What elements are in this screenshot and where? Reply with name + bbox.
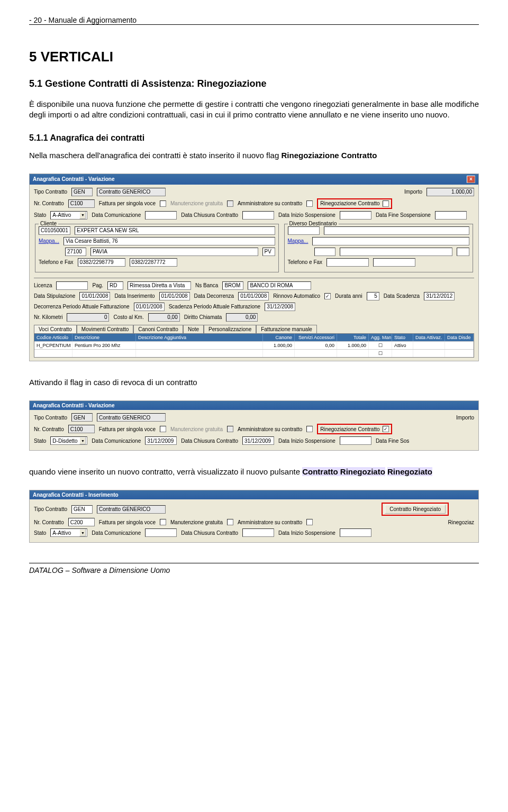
field-data-inizio-sosp[interactable]: [340, 211, 371, 220]
combo-stato[interactable]: A-Attivo: [50, 211, 87, 220]
tab-fatturazione[interactable]: Fatturazione manuale: [256, 325, 317, 333]
field-dest-cap[interactable]: [314, 248, 335, 256]
field-datachiusura-3[interactable]: [242, 528, 274, 537]
label-amm-3: Amministratore su contratto: [238, 519, 302, 525]
grid-row-empty[interactable]: ☐: [34, 349, 474, 357]
field-pag[interactable]: RD: [107, 281, 123, 290]
field-nsbanca-desc: BANCO DI ROMA: [248, 281, 311, 290]
label-fattura-singola: Fattura per singola voce: [99, 200, 156, 206]
label-data-stip: Data Stipulazione: [34, 293, 75, 299]
checkbox-fattura-2[interactable]: [160, 426, 166, 432]
field-tipo-desc-3: Contratto GENERICO: [97, 505, 166, 514]
field-dest-fax[interactable]: [373, 258, 415, 267]
field-nr-3[interactable]: C200: [68, 518, 95, 526]
link-mappa-dest[interactable]: Mappa...: [288, 238, 309, 244]
field-datachiusura-2[interactable]: 31/12/2009: [242, 436, 274, 445]
col-servizi[interactable]: Servizi Accessori: [295, 334, 337, 341]
tab-note[interactable]: Note: [183, 325, 204, 333]
label-tel-cliente: Telefono e Fax: [39, 259, 74, 265]
col-canone[interactable]: Canone: [263, 334, 295, 341]
field-importo: 1.000,00: [427, 188, 474, 196]
field-diritto: 0,00: [226, 313, 258, 322]
checkbox-manu-3[interactable]: [227, 519, 233, 525]
field-citta[interactable]: PAVIA: [90, 248, 258, 256]
checkbox-rinnovo[interactable]: [324, 293, 331, 299]
field-cliente-cod[interactable]: C01050001: [39, 226, 70, 235]
datagrid[interactable]: Codice Articolo Descrizione Descrizione …: [34, 333, 474, 358]
col-data-dis[interactable]: Data Disde: [445, 334, 474, 341]
cell-desc: Pentium Pro 200 Mhz: [72, 342, 136, 349]
tab-personalizzazione[interactable]: Personalizzazione: [204, 325, 256, 333]
checkbox-amministratore[interactable]: [306, 200, 313, 207]
page-header-text: - 20 - Manuale di Aggiornamento: [29, 16, 479, 24]
highlight-btn-rineg: Contratto Rinegoziato: [382, 503, 449, 516]
link-mappa-cliente[interactable]: Mappa...: [39, 238, 59, 244]
section-5-heading: 5 VERTICALI: [29, 49, 479, 65]
field-dest-citta[interactable]: [340, 248, 452, 256]
combo-stato-3[interactable]: A-Attivo: [50, 528, 87, 537]
field-cliente-nome[interactable]: EXPERT CASA NEW SRL: [75, 226, 275, 235]
window-title-3: Anagrafica Contratti - Inserimento: [33, 492, 119, 498]
col-agg-man[interactable]: Agg. Man.: [369, 334, 392, 341]
checkbox-amm-2[interactable]: [306, 426, 313, 432]
label-dec-periodo: Decorrenza Periodo Attuale Fatturazione: [34, 304, 130, 309]
checkbox-fattura-3[interactable]: [160, 519, 166, 525]
field-data-com[interactable]: [145, 211, 177, 220]
label-durata: Durata anni: [335, 293, 362, 299]
tab-voci-contratto[interactable]: Voci Contratto: [34, 325, 77, 333]
field-nsbanca[interactable]: BROM: [222, 281, 243, 290]
label-stato: Stato: [34, 212, 46, 218]
field-dest-tel[interactable]: [326, 258, 369, 267]
window-title: Anagrafica Contratti - Variazione: [33, 176, 114, 182]
field-tipo-contratto[interactable]: GEN: [71, 188, 93, 196]
tab-movimenti[interactable]: Movimenti Contratto: [77, 325, 133, 333]
field-dest-prov[interactable]: [457, 248, 469, 256]
col-codice[interactable]: Codice Articolo: [34, 334, 72, 341]
field-fax[interactable]: 0382/2287772: [130, 258, 177, 267]
grid-row[interactable]: H_PCPENTIUM Pentium Pro 200 Mhz 1.000,00…: [34, 341, 474, 349]
field-nr-contratto-2[interactable]: C100: [68, 425, 95, 433]
checkbox-fattura-singola[interactable]: [160, 200, 166, 207]
field-data-dec[interactable]: 01/01/2008: [238, 292, 269, 300]
field-tipo-contratto-2[interactable]: GEN: [71, 413, 93, 422]
field-data-chiusura[interactable]: [242, 211, 274, 220]
field-licenza[interactable]: [56, 281, 88, 290]
cell-data-att: [413, 342, 445, 349]
label-licenza: Licenza: [34, 282, 52, 288]
field-data-fine-sosp[interactable]: [435, 211, 467, 220]
field-datacom-2[interactable]: 31/12/2009: [145, 436, 177, 445]
col-totale[interactable]: Totale: [337, 334, 369, 341]
col-desc[interactable]: Descrizione: [72, 334, 136, 341]
field-prov[interactable]: PV: [262, 248, 275, 256]
combo-stato-2[interactable]: D-Disdetto: [50, 436, 87, 445]
field-inizio-sosp-2[interactable]: [340, 436, 371, 445]
label-data-inizio-sosp: Data Inizio Sospensione: [278, 212, 335, 218]
field-dest-nome[interactable]: [324, 226, 469, 235]
field-durata[interactable]: 5: [367, 292, 379, 300]
checkbox-amm-3[interactable]: [306, 519, 313, 525]
col-stato[interactable]: Stato: [392, 334, 413, 341]
col-desc-agg[interactable]: Descrizione Aggiuntiva: [136, 334, 263, 341]
field-dec-periodo[interactable]: 01/01/2008: [134, 303, 165, 311]
field-data-stip[interactable]: 01/01/2008: [79, 292, 110, 300]
button-contratto-rinegoziato[interactable]: Contratto Rinegoziato: [385, 505, 446, 514]
field-data-ins[interactable]: 01/01/2008: [159, 292, 190, 300]
screenshot-variazione-partial: Anagrafica Contratti - Variazione Tipo C…: [29, 400, 479, 451]
field-dest-indirizzo[interactable]: [312, 237, 469, 245]
col-data-att[interactable]: Data Attivaz.: [413, 334, 445, 341]
field-inizio-sosp-3[interactable]: [340, 528, 371, 537]
field-tipo-3[interactable]: GEN: [71, 505, 93, 514]
legend-cliente: Cliente: [39, 221, 58, 226]
field-indirizzo[interactable]: Via Cesare Battisti, 76: [64, 237, 275, 245]
field-cap[interactable]: 27100: [65, 248, 86, 256]
close-icon[interactable]: ×: [467, 176, 475, 183]
field-dest-cod[interactable]: [288, 226, 320, 235]
checkbox-rinegoziazione[interactable]: [383, 200, 389, 207]
tab-canoni[interactable]: Canoni Contratto: [133, 325, 183, 333]
field-nr-contratto[interactable]: C100: [68, 199, 95, 208]
field-scad-periodo[interactable]: 31/12/2008: [265, 303, 295, 311]
field-data-scad[interactable]: 31/12/2012: [424, 292, 455, 300]
checkbox-rineg-2[interactable]: [383, 426, 389, 432]
field-datacom-3[interactable]: [145, 528, 177, 537]
field-tel[interactable]: 0382/2298779: [78, 258, 125, 267]
